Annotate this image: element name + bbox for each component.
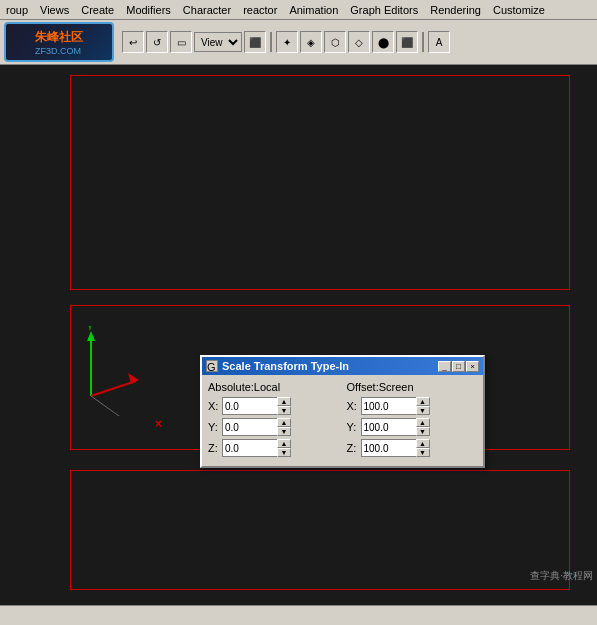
viewport-area: Y × G Scale Transform Type-In _ □ × Abso… — [0, 65, 597, 605]
off-z-up[interactable]: ▲ — [416, 439, 430, 448]
red-x-marker: × — [155, 417, 162, 431]
dialog-titlebar[interactable]: G Scale Transform Type-In _ □ × — [202, 357, 483, 375]
toolbar-btn-3[interactable]: ▭ — [170, 31, 192, 53]
dialog-content: Absolute:Local X: ▲ ▼ Y: — [202, 375, 483, 466]
abs-y-row: Y: ▲ ▼ — [208, 418, 339, 436]
svg-line-3 — [91, 381, 136, 396]
abs-x-row: X: ▲ ▼ — [208, 397, 339, 415]
menu-customize[interactable]: Customize — [487, 2, 551, 18]
dialog-close-btn[interactable]: × — [466, 361, 479, 372]
toolbar-btn-7[interactable]: ⬡ — [324, 31, 346, 53]
statusbar — [0, 605, 597, 625]
toolbar-separator-1 — [270, 32, 272, 52]
logo: 朱峰社区 ZF3D.COM — [4, 22, 114, 62]
abs-z-input[interactable] — [222, 439, 277, 457]
absolute-section: Absolute:Local X: ▲ ▼ Y: — [208, 381, 339, 460]
off-x-input[interactable] — [361, 397, 416, 415]
abs-y-input[interactable] — [222, 418, 277, 436]
off-z-input-group: ▲ ▼ — [361, 439, 478, 457]
menu-character[interactable]: Character — [177, 2, 237, 18]
dialog-minimize-btn[interactable]: _ — [438, 361, 451, 372]
off-x-input-group: ▲ ▼ — [361, 397, 478, 415]
abs-y-spinner: ▲ ▼ — [277, 418, 291, 436]
off-x-row: X: ▲ ▼ — [347, 397, 478, 415]
menubar: roup Views Create Modifiers Character re… — [0, 0, 597, 20]
off-y-spinner: ▲ ▼ — [416, 418, 430, 436]
dialog-restore-btn[interactable]: □ — [452, 361, 465, 372]
dialog-title-buttons: _ □ × — [438, 361, 479, 372]
svg-text:Y: Y — [87, 326, 93, 332]
scale-transform-dialog: G Scale Transform Type-In _ □ × Absolute… — [200, 355, 485, 468]
abs-z-input-group: ▲ ▼ — [222, 439, 339, 457]
off-y-up[interactable]: ▲ — [416, 418, 430, 427]
off-z-row: Z: ▲ ▼ — [347, 439, 478, 457]
toolbar-btn-9[interactable]: ⬤ — [372, 31, 394, 53]
off-z-label: Z: — [347, 442, 361, 454]
abs-z-up[interactable]: ▲ — [277, 439, 291, 448]
abs-x-input-group: ▲ ▼ — [222, 397, 339, 415]
off-z-down[interactable]: ▼ — [416, 448, 430, 457]
dialog-icon: G — [206, 360, 218, 372]
abs-x-up[interactable]: ▲ — [277, 397, 291, 406]
svg-line-5 — [91, 396, 126, 416]
off-x-down[interactable]: ▼ — [416, 406, 430, 415]
absolute-section-title: Absolute:Local — [208, 381, 339, 393]
abs-z-down[interactable]: ▼ — [277, 448, 291, 457]
toolbar-btn-10[interactable]: ⬛ — [396, 31, 418, 53]
abs-y-label: Y: — [208, 421, 222, 433]
abs-y-up[interactable]: ▲ — [277, 418, 291, 427]
menu-animation[interactable]: Animation — [283, 2, 344, 18]
off-y-row: Y: ▲ ▼ — [347, 418, 478, 436]
off-y-input[interactable] — [361, 418, 416, 436]
abs-z-row: Z: ▲ ▼ — [208, 439, 339, 457]
viewport-top[interactable] — [70, 75, 570, 290]
off-y-label: Y: — [347, 421, 361, 433]
toolbar-separator-2 — [422, 32, 424, 52]
view-select[interactable]: View — [194, 32, 242, 52]
off-z-spinner: ▲ ▼ — [416, 439, 430, 457]
abs-x-label: X: — [208, 400, 222, 412]
toolbar-btn-2[interactable]: ↺ — [146, 31, 168, 53]
off-y-down[interactable]: ▼ — [416, 427, 430, 436]
viewport-bottom[interactable] — [70, 470, 570, 590]
toolbar-btn-4[interactable]: ⬛ — [244, 31, 266, 53]
menu-views[interactable]: Views — [34, 2, 75, 18]
menu-graph-editors[interactable]: Graph Editors — [344, 2, 424, 18]
abs-y-down[interactable]: ▼ — [277, 427, 291, 436]
logo-title: 朱峰社区 — [35, 29, 83, 46]
menu-modifiers[interactable]: Modifiers — [120, 2, 177, 18]
logo-subtitle: ZF3D.COM — [35, 46, 83, 56]
toolbar-btn-6[interactable]: ◈ — [300, 31, 322, 53]
off-x-label: X: — [347, 400, 361, 412]
offset-section: Offset:Screen X: ▲ ▼ Y: — [347, 381, 478, 460]
offset-section-title: Offset:Screen — [347, 381, 478, 393]
off-x-up[interactable]: ▲ — [416, 397, 430, 406]
toolbar-btn-1[interactable]: ↩ — [122, 31, 144, 53]
watermark: 查字典·教程网 — [530, 569, 593, 583]
menu-create[interactable]: Create — [75, 2, 120, 18]
abs-z-spinner: ▲ ▼ — [277, 439, 291, 457]
off-y-input-group: ▲ ▼ — [361, 418, 478, 436]
menu-reactor[interactable]: reactor — [237, 2, 283, 18]
menu-group[interactable]: roup — [0, 2, 34, 18]
abs-x-input[interactable] — [222, 397, 277, 415]
abs-x-spinner: ▲ ▼ — [277, 397, 291, 415]
menu-rendering[interactable]: Rendering — [424, 2, 487, 18]
off-x-spinner: ▲ ▼ — [416, 397, 430, 415]
toolbar: 朱峰社区 ZF3D.COM ↩ ↺ ▭ View ⬛ ✦ ◈ ⬡ ◇ ⬤ ⬛ A — [0, 20, 597, 65]
abs-y-input-group: ▲ ▼ — [222, 418, 339, 436]
toolbar-btn-11[interactable]: A — [428, 31, 450, 53]
abs-z-label: Z: — [208, 442, 222, 454]
axis-arrows: Y — [71, 326, 161, 416]
toolbar-btn-5[interactable]: ✦ — [276, 31, 298, 53]
dialog-title: Scale Transform Type-In — [222, 360, 438, 372]
svg-marker-1 — [87, 331, 95, 341]
off-z-input[interactable] — [361, 439, 416, 457]
abs-x-down[interactable]: ▼ — [277, 406, 291, 415]
toolbar-btn-8[interactable]: ◇ — [348, 31, 370, 53]
